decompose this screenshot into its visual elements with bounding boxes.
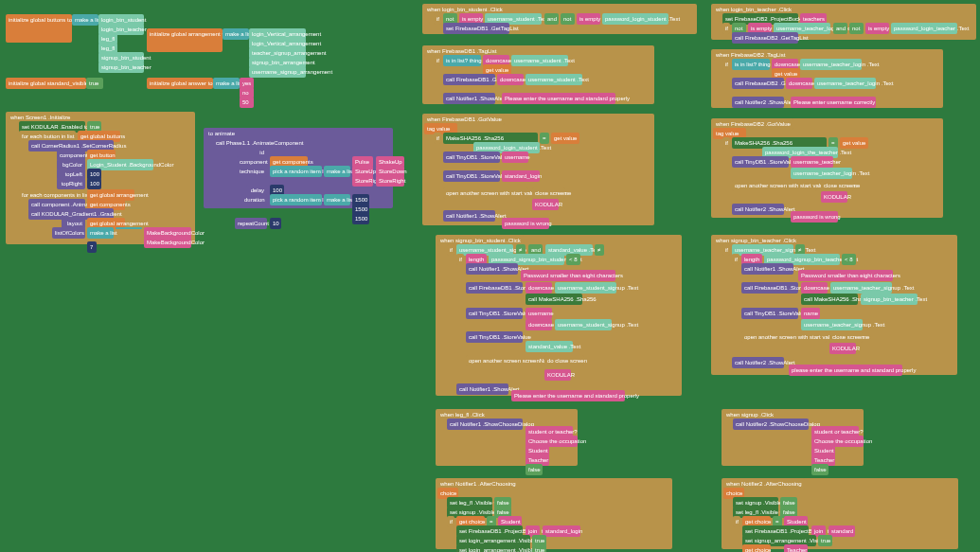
alert-st1[interactable]: call Notifier1 .ShowAlert (741, 263, 793, 275)
lt8-ss[interactable]: < 8 (566, 254, 580, 265)
user-signup-ss2[interactable]: username_student_signup .Text (555, 319, 612, 330)
downcase2b[interactable]: downcase (786, 78, 812, 89)
n10[interactable]: 10 (270, 218, 281, 229)
downcase-st[interactable]: downcase (801, 282, 828, 294)
msg1-st[interactable]: Password smaller than eight characters (798, 270, 893, 281)
wrong-pass1[interactable]: password is wrong (502, 218, 549, 229)
false1[interactable]: false (526, 464, 543, 475)
teacher-val-st[interactable]: username_teacher_signup .Text (801, 319, 863, 330)
fb-store-st[interactable]: call FirebaseDB1 .StoreValue (741, 282, 798, 294)
empty-t2[interactable]: is empty (865, 23, 889, 34)
tiny2-ss[interactable]: call TinyDB1 .StoreValue (466, 331, 523, 343)
standard-true[interactable]: true (86, 78, 103, 89)
init-standard-visible[interactable]: initialize global standard_visible to (6, 78, 86, 89)
call-getvalue2[interactable]: call FirebaseDB2 .GetValue (732, 78, 784, 89)
open-screen2[interactable]: open another screen with start value scr… (732, 180, 817, 191)
downcase-ss[interactable]: downcase (526, 282, 552, 294)
name-lbl[interactable]: name (801, 308, 820, 319)
and1[interactable]: and (544, 13, 559, 25)
close-st[interactable]: close screen (829, 331, 863, 343)
arr4[interactable]: username_signup_arrangement (249, 66, 306, 78)
msg-fb1[interactable]: Please enter the username and standard p… (502, 93, 615, 104)
storeright2[interactable]: StoreRight (376, 175, 404, 187)
downcase-ss2[interactable]: downcase (526, 319, 552, 330)
std-n2[interactable]: standard (829, 525, 855, 537)
empty2[interactable]: is empty (577, 13, 600, 25)
r100b[interactable]: 100 (87, 178, 101, 189)
std-login-n1[interactable]: standard_login (543, 525, 580, 537)
msg2-st[interactable]: please enter the username and standard p… (789, 365, 902, 376)
teacher-n2[interactable]: Teacher (784, 544, 808, 552)
user-tag-ss[interactable]: username (526, 308, 552, 319)
tiny-store1[interactable]: call TinyDB1 .StoreValue (443, 151, 500, 163)
user-signup-ss[interactable]: username_student_signup .Text (555, 282, 616, 294)
btn5[interactable]: signup_btn_teacher (98, 62, 144, 73)
user-teacher-tag[interactable]: username_teacher (791, 156, 833, 168)
select-item1[interactable] (116, 227, 142, 229)
sha-ss[interactable]: call MakeSHA256 .Sha256 (526, 294, 582, 305)
tiny1-ss[interactable]: call TinyDB1 .StoreValue (466, 308, 523, 319)
getval-got1[interactable]: get value (551, 133, 579, 144)
user-fb2[interactable]: username_teacher_login .Text (800, 59, 862, 70)
tiny-st[interactable]: call TinyDB1 .StoreValue (741, 308, 798, 319)
password-student[interactable]: password_login_student .Text (602, 13, 668, 25)
choose-dialog2[interactable]: call Notifier2 .ShowChooseDialog (733, 418, 809, 430)
and-t[interactable]: and (833, 23, 847, 34)
sha-st[interactable]: call MakeSHA256 .Sha256 (801, 294, 858, 305)
kodular1[interactable]: KODULAR (532, 199, 559, 210)
teacher-txt[interactable]: username_teacher_login .Text (791, 168, 852, 179)
kodular-st[interactable]: KODULAR (829, 343, 856, 354)
pick-random[interactable]: pick a random item list (270, 166, 322, 177)
orient-7[interactable]: 7 (87, 241, 97, 253)
init-global-answer[interactable]: initialize global answer to (147, 78, 213, 89)
ans2[interactable]: 50 (240, 97, 254, 108)
getval-got2[interactable]: get value (840, 137, 868, 149)
lt8-st[interactable]: < 8 (842, 254, 856, 265)
make-list-arr[interactable]: make a list (223, 28, 249, 40)
pass-teacher[interactable]: password_login_teacher .Text (891, 23, 957, 34)
not2[interactable]: not (561, 13, 575, 25)
open-st[interactable]: open another screen with start value scr… (741, 331, 827, 343)
close-screen2[interactable]: close screen (821, 180, 854, 191)
alert-got1[interactable]: call Notifier1 .ShowAlert (443, 210, 495, 222)
false2[interactable]: false (811, 464, 829, 475)
std-tag[interactable]: standard_login (502, 170, 540, 182)
open-screen1[interactable]: open another screen with start value scr… (443, 187, 528, 199)
downcase1b[interactable]: downcase (497, 74, 524, 85)
user-fb1b[interactable]: username_student .Text (526, 74, 582, 85)
choose-dialog1[interactable]: call Notifier1 .ShowChooseDialog (447, 418, 523, 430)
choice-n2b[interactable]: get choice (742, 544, 771, 552)
dur-random[interactable]: pick a random item list (270, 194, 322, 205)
user-tag1[interactable]: username (502, 151, 528, 163)
alert-fb1[interactable]: call Notifier1 .ShowAlert (443, 93, 495, 104)
init-global-arrangement[interactable]: initialize global arrangement to (147, 28, 223, 52)
init-global-buttons[interactable]: initialize global buttons to (6, 14, 72, 43)
make-list-ans[interactable]: make a list (213, 78, 240, 89)
set-vis2-n1[interactable]: set login_arrangement .Visible to (456, 544, 530, 552)
not-t2[interactable]: not (849, 23, 864, 34)
user-fb2b[interactable]: username_teacher_login .Text (814, 78, 876, 89)
inlist2[interactable]: is in list? thing (732, 59, 770, 70)
wrong-pass2[interactable]: password is wrong (791, 211, 838, 223)
kodular2[interactable]: KODULAR (821, 191, 847, 203)
ne-ss2[interactable]: ≠ (595, 244, 604, 256)
fb-store-ss[interactable]: call FirebaseDB1 .StoreValue (466, 282, 523, 294)
true-n2[interactable]: true (818, 535, 832, 546)
alert-st2[interactable]: call Notifier2 .ShowAlert (732, 357, 784, 368)
teacher-signup[interactable]: username_teacher_signup .Text (830, 282, 892, 294)
makebg2[interactable]: MakeBackgroundColor (144, 237, 191, 248)
alert-ss2[interactable]: call Notifier1 .ShowAlert (456, 383, 508, 395)
close-screen1[interactable]: close screen (532, 187, 565, 199)
gettaglist-t[interactable]: call FirebaseDB2 .GetTagList (732, 32, 798, 44)
makelist-colors[interactable]: make a list (87, 227, 114, 239)
make-list[interactable]: make a list (72, 14, 98, 26)
user-fb1[interactable]: username_student .Text (511, 55, 568, 66)
call-getvalue1[interactable]: call FirebaseDB1 .GetValue (443, 74, 495, 85)
std-val-ss[interactable]: standard_value .Text (526, 341, 573, 352)
msg2-ss[interactable]: Please enter the username and standard p… (511, 390, 625, 401)
inlist1[interactable]: is in list? thing (443, 55, 481, 66)
tiny-store-t[interactable]: call TinyDB1 .StoreValue (732, 156, 789, 168)
msg1-ss[interactable]: Password smaller than eight characters (521, 270, 615, 281)
open-ss[interactable]: open another screen screenName (466, 355, 542, 366)
kodular-ss[interactable]: KODULAR (544, 369, 571, 381)
